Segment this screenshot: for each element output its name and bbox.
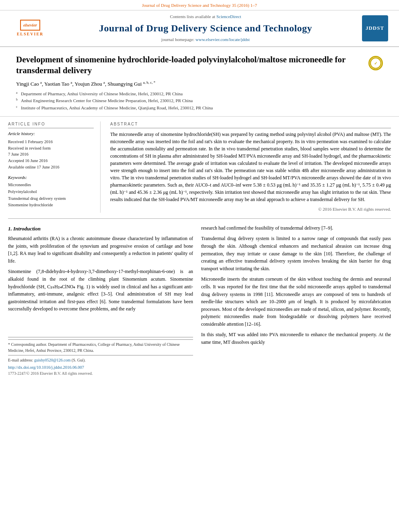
affil-c-text: Institute of Pharmaceutics, Anhui Academ… <box>21 105 213 111</box>
footnote-asterisk: * Corresponding author. Department of Ph… <box>8 342 180 353</box>
intro-para5: Microneedle inserts the stratum corneum … <box>201 275 391 328</box>
issn-line: 1773-2247/© 2016 Elsevier B.V. All right… <box>8 371 193 376</box>
affil-c: c Institute of Pharmaceutics, Anhui Acad… <box>16 105 383 111</box>
keyword-0: Microneedles <box>8 182 94 189</box>
email-label: E-mail address: <box>8 358 34 362</box>
affil-b-text: Anhui Engineering Research Center for Ch… <box>21 97 193 104</box>
history-table: Received 1 February 2016 Received in rev… <box>8 139 94 170</box>
journal-homepage-line: journal homepage: www.elsevier.com/locat… <box>52 37 359 43</box>
article-info-col: ARTICLE INFO Article history: Received 1… <box>8 121 101 212</box>
keywords-list: Microneedles Polyvinylalcohol Transderma… <box>8 182 94 209</box>
crossmark-badge: ✓ <box>368 56 383 70</box>
copyright-line: © 2016 Elsevier B.V. All rights reserved… <box>110 206 391 212</box>
history-item-4: Available online 17 June 2016 <box>8 164 94 170</box>
svg-text:✓: ✓ <box>374 61 377 66</box>
affil-a: a Department of Pharmacy, Anhui Universi… <box>16 90 383 97</box>
intro-para3: research had confirmed the feasibility o… <box>201 224 391 232</box>
top-journal-text: Journal of Drug Delivery Science and Tec… <box>142 3 257 8</box>
footnote-text: * Corresponding author. Department of Ph… <box>8 339 193 353</box>
intro-para1: Rheumatoid arthritis (RA) is a chronic a… <box>8 235 193 265</box>
intro-para2: Sinomenine (7,8-didehydro-4-hydroxy-3,7-… <box>8 268 193 313</box>
history-item-1: Received in revised form <box>8 145 94 152</box>
affiliations: a Department of Pharmacy, Anhui Universi… <box>16 90 383 111</box>
keyword-1: Polyvinylalcohol <box>8 189 94 195</box>
jddst-logo-text: JDDST <box>366 25 384 32</box>
homepage-link[interactable]: www.elsevier.com/locate/jddst <box>195 37 250 42</box>
elsevier-logo-text: elsevier <box>23 23 37 27</box>
body-left-col: 1. Introduction Rheumatoid arthritis (RA… <box>8 224 193 376</box>
body-content: 1. Introduction Rheumatoid arthritis (RA… <box>0 224 399 376</box>
sciencedirect-line: Contents lists available at ScienceDirec… <box>52 14 359 20</box>
email-line: E-mail address: guishy0520@126.com (S. G… <box>8 355 193 363</box>
homepage-prefix: journal homepage: <box>161 37 195 42</box>
jddst-logo: JDDST <box>362 15 388 41</box>
elsevier-logo: elsevier <box>20 20 40 30</box>
email-suffix: (S. Gui). <box>71 358 86 362</box>
history-item-2: 7 June 2016 <box>8 151 94 158</box>
article-info-label: ARTICLE INFO <box>8 121 94 128</box>
page: Journal of Drug Delivery Science and Tec… <box>0 0 399 532</box>
crossmark: ✓ <box>368 56 383 70</box>
jddst-logo-area: JDDST <box>359 15 391 41</box>
history-item-3: Accepted 16 June 2016 <box>8 158 94 164</box>
email-address[interactable]: guishy0520@126.com <box>34 358 71 362</box>
history-item-0: Received 1 February 2016 <box>8 139 94 145</box>
footnote-section: * Corresponding author. Department of Ph… <box>8 337 193 376</box>
body-divider <box>8 218 391 219</box>
doi-link[interactable]: http://dx.doi.org/10.1016/j.jddst.2016.0… <box>8 365 193 371</box>
keyword-2: Transdermal drug delivery system <box>8 195 94 202</box>
intro-heading: 1. Introduction <box>8 225 193 232</box>
intro-para4: Transdermal drug delivery system is limi… <box>201 235 391 272</box>
journal-header: elsevier ELSEVIER Contents lists availab… <box>0 10 399 47</box>
affil-a-text: Department of Pharmacy, Anhui University… <box>21 90 183 97</box>
article-title: Development of sinomenine hydrochloride-… <box>16 54 383 76</box>
affil-b: b Anhui Engineering Research Center for … <box>16 97 383 104</box>
journal-title: Journal of Drug Delivery Science and Tec… <box>52 22 359 35</box>
body-right-col: research had confirmed the feasibility o… <box>201 224 391 376</box>
info-abstract-container: ARTICLE INFO Article history: Received 1… <box>0 117 399 212</box>
sciencedirect-prefix: Contents lists available at <box>170 14 216 19</box>
sciencedirect-link[interactable]: ScienceDirect <box>216 14 241 19</box>
top-journal-bar: Journal of Drug Delivery Science and Tec… <box>0 0 399 10</box>
authors-line: Yingji Cao a, Yaotian Tao a, Youjun Zhou… <box>16 80 383 88</box>
keywords-title: Keywords: <box>8 175 94 181</box>
article-title-section: ✓ Development of sinomenine hydrochlorid… <box>0 47 399 117</box>
abstract-col: ABSTRACT The microneedle array of sinome… <box>109 121 391 212</box>
intro-para6: In this study, MT was added into PVA mic… <box>201 331 391 346</box>
elsevier-wordmark: ELSEVIER <box>17 31 44 37</box>
abstract-label: ABSTRACT <box>110 121 391 128</box>
history-title: Article history: <box>8 131 94 137</box>
abstract-text: The microneedle array of sinomenine hydr… <box>110 131 391 203</box>
elsevier-logo-area: elsevier ELSEVIER <box>8 20 52 37</box>
journal-header-center: Contents lists available at ScienceDirec… <box>52 14 359 43</box>
keyword-3: Sinomenine hydrochloride <box>8 202 94 209</box>
